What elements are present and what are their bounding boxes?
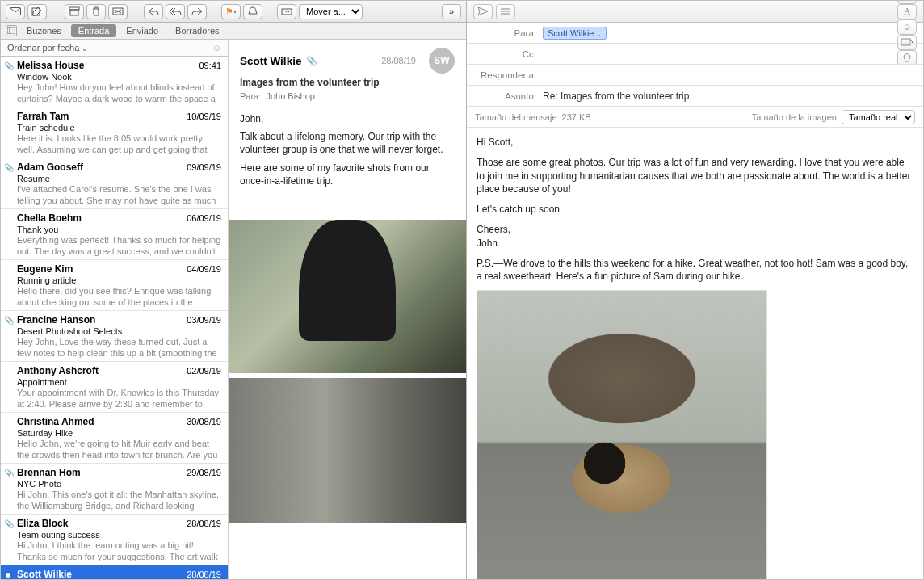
message-row[interactable]: 📎Adam Gooseff09/09/19ResumeI've attached… — [1, 158, 228, 209]
message-row[interactable]: Scott Wilkie28/08/19Images from the volu… — [1, 565, 228, 579]
format-icon[interactable]: A — [897, 4, 917, 19]
message-date: 29/08/19 — [187, 468, 221, 477]
message-preview: Here it is. Looks like the 8:05 would wo… — [17, 133, 221, 154]
send-icon[interactable] — [473, 4, 493, 19]
compose-image[interactable] — [477, 290, 767, 579]
preview-image-2 — [229, 378, 466, 523]
message-list[interactable]: Ordenar por fecha ☺ 📎Melissa House09:41W… — [1, 40, 229, 579]
reply-to-field[interactable]: Responder a: — [467, 65, 923, 86]
flag-icon[interactable]: ⚑▾ — [221, 4, 241, 19]
sort-label[interactable]: Ordenar por fecha — [7, 43, 88, 53]
delete-icon[interactable] — [86, 4, 106, 19]
message-from: Farrah Tam — [17, 111, 69, 122]
subject-value[interactable]: Re: Images from the volunteer trip — [543, 90, 915, 102]
message-row[interactable]: 📎Melissa House09:41Window NookHey John! … — [1, 57, 228, 107]
message-date: 02/09/19 — [187, 366, 221, 376]
image-size-select[interactable]: Tamaño real — [842, 110, 915, 124]
photo-insert-icon[interactable] — [897, 1, 917, 4]
junk-icon[interactable] — [108, 4, 128, 19]
move-to-select[interactable]: Mover a... — [299, 4, 363, 19]
message-subject: Train schedule — [17, 123, 221, 132]
attachment-icon: 📎 — [4, 469, 14, 477]
subject-field[interactable]: Asunto: Re: Images from the volunteer tr… — [467, 86, 923, 107]
message-date: 03/09/19 — [187, 315, 221, 325]
preview-greeting: John, — [240, 112, 455, 125]
message-subject: Appointment — [17, 377, 221, 387]
attachment-icon: 📎 — [4, 61, 14, 70]
message-row[interactable]: Eugene Kim04/09/19Running articleHello t… — [1, 260, 228, 311]
message-row[interactable]: Chella Boehm06/09/19Thank youEverything … — [1, 209, 228, 260]
sidebar-toggle-icon[interactable] — [6, 25, 17, 36]
mailboxes-button[interactable]: Buzones — [19, 24, 69, 37]
svg-rect-6 — [7, 27, 15, 34]
recipient-token[interactable]: Scott Wilkie — [543, 27, 607, 40]
attachment-icon: 📎 — [4, 316, 14, 325]
move-popup-icon[interactable] — [277, 4, 296, 19]
archive-icon[interactable] — [65, 4, 84, 19]
inbox-tab[interactable]: Entrada — [71, 24, 117, 37]
attachment-icon: 📎 — [306, 56, 317, 66]
preview-to: John Bishop — [266, 91, 315, 101]
reply-icon[interactable] — [144, 4, 163, 19]
sent-tab[interactable]: Enviado — [119, 24, 166, 37]
preview-paragraph: Here are some of my favorite shots from … — [240, 162, 455, 187]
size-bar: Tamaño del mensaje: 237 KB Tamaño de la … — [467, 107, 923, 128]
message-from: Eugene Kim — [17, 263, 73, 275]
header-fields-icon[interactable] — [496, 4, 515, 19]
avatar: SW — [429, 48, 455, 74]
message-subject: NYC Photo — [17, 479, 221, 489]
main-toolbar: ⚑▾ Mover a... » — [1, 1, 466, 23]
contacts-icon[interactable]: ☺ — [212, 43, 221, 53]
sort-bar[interactable]: Ordenar por fecha ☺ — [1, 40, 228, 57]
message-from: Adam Gooseff — [17, 162, 83, 173]
message-subject: Saturday Hike — [17, 428, 221, 438]
message-row[interactable]: Anthony Ashcroft02/09/19AppointmentYour … — [1, 362, 228, 413]
message-subject: Resume — [17, 174, 221, 183]
compose-toolbar: 📎 A ☺ — [467, 1, 923, 23]
to-field[interactable]: Para: Scott Wilkie — [467, 23, 923, 44]
message-preview: Hello John, we're going to hit Muir earl… — [17, 439, 221, 460]
message-from: Eliza Block — [17, 518, 68, 529]
reply-all-icon[interactable] — [166, 4, 185, 19]
message-from: Chella Boehm — [17, 212, 82, 224]
message-from: Brennan Hom — [17, 467, 81, 478]
mute-icon[interactable] — [243, 4, 262, 19]
message-subject: Thank you — [17, 225, 221, 234]
forward-icon[interactable] — [187, 4, 207, 19]
unread-dot — [6, 573, 10, 578]
preview-paragraph: Talk about a lifelong memory. Our trip w… — [240, 130, 455, 156]
attachment-icon: 📎 — [4, 163, 14, 172]
message-preview: Hey John! How do you feel about blinds i… — [17, 82, 221, 103]
message-preview: Hi John, This one's got it all: the Manh… — [17, 490, 221, 511]
message-subject: Desert Photoshoot Selects — [17, 326, 221, 336]
message-row[interactable]: 📎Brennan Hom29/08/19NYC PhotoHi John, Th… — [1, 464, 228, 515]
message-date: 06/09/19 — [187, 213, 221, 223]
message-row[interactable]: Farrah Tam10/09/19Train scheduleHere it … — [1, 107, 228, 158]
message-from: Scott Wilkie — [17, 569, 72, 579]
compose-icon[interactable] — [27, 4, 47, 19]
message-preview: Everything was perfect! Thanks so much f… — [17, 235, 221, 256]
cc-field[interactable]: Cc: — [467, 44, 923, 65]
mail-viewer-pane: ⚑▾ Mover a... » Buzones Entrada Enviado … — [1, 1, 467, 579]
message-preview: I've attached Carol's resume. She's the … — [17, 184, 221, 205]
drafts-tab[interactable]: Borradores — [168, 24, 226, 37]
message-from: Christina Ahmed — [17, 416, 94, 427]
message-row[interactable]: 📎Eliza Block28/08/19Team outing successH… — [1, 515, 228, 565]
message-date: 28/08/19 — [187, 569, 221, 579]
preview-pane: Scott Wilkie 📎 28/08/19 SW Images from t… — [229, 40, 466, 579]
get-mail-icon[interactable] — [6, 4, 25, 19]
message-subject: Team outing success — [17, 530, 221, 540]
message-date: 09:41 — [199, 61, 221, 70]
message-preview: Hi John, I think the team outing was a b… — [17, 540, 221, 561]
message-from: Francine Hanson — [17, 314, 95, 326]
message-preview: Your appointment with Dr. Knowles is thi… — [17, 388, 221, 409]
compose-body[interactable]: Hi Scott, Those are some great photos. O… — [467, 128, 923, 579]
message-row[interactable]: Christina Ahmed30/08/19Saturday HikeHell… — [1, 413, 228, 464]
message-date: 09/09/19 — [187, 162, 221, 172]
attachment-icon: 📎 — [4, 519, 14, 528]
message-size-label: Tamaño del mensaje: 237 KB — [475, 112, 591, 122]
svg-rect-3 — [70, 10, 78, 15]
message-row[interactable]: 📎Francine Hanson03/09/19Desert Photoshoo… — [1, 311, 228, 362]
toolbar-overflow-icon[interactable]: » — [442, 4, 461, 19]
message-subject: Running article — [17, 275, 221, 285]
